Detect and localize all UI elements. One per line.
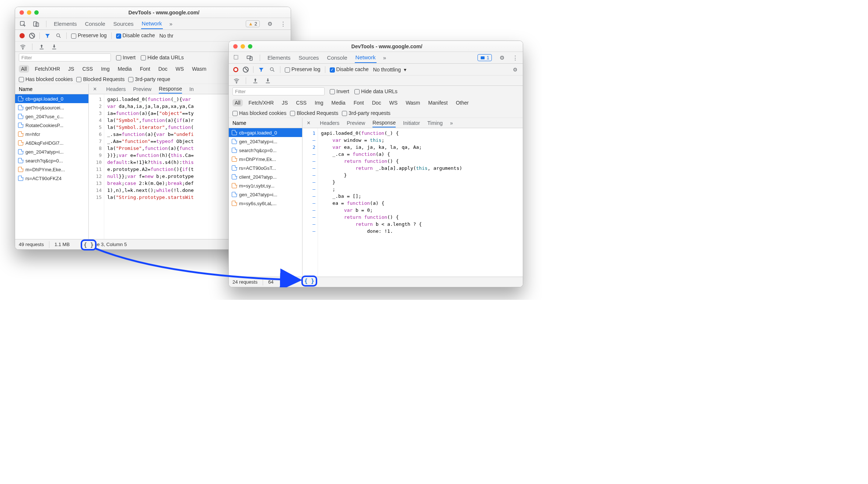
filter-font[interactable]: Font — [351, 99, 366, 106]
device-toggle-icon[interactable] — [33, 21, 39, 27]
request-row[interactable]: gen_204?atyp=i... — [229, 190, 302, 199]
request-row[interactable]: m=hfcr — [15, 130, 88, 138]
window-controls[interactable] — [20, 10, 39, 15]
network-settings-icon[interactable]: ⚙ — [512, 66, 518, 73]
throttling-select[interactable]: No thr — [160, 33, 174, 39]
tab-sources[interactable]: Sources — [113, 19, 134, 29]
detail-tab-timing[interactable]: Timing — [427, 120, 443, 126]
record-icon[interactable] — [20, 33, 25, 38]
tab-network[interactable]: Network — [141, 18, 163, 29]
filter-fetch-xhr[interactable]: Fetch/XHR — [246, 99, 276, 106]
close-detail-icon[interactable]: × — [307, 120, 310, 126]
request-row[interactable]: m=DhPYme,Ek... — [229, 155, 302, 164]
pretty-print-button[interactable]: { } — [301, 276, 317, 287]
throttling-select[interactable]: No throttling ▾ — [373, 67, 406, 73]
request-row[interactable]: m=sy1r,sybt,sy... — [229, 181, 302, 190]
filter-ws[interactable]: WS — [174, 65, 186, 73]
filter-fetch-xhr[interactable]: Fetch/XHR — [33, 65, 62, 73]
clear-icon[interactable] — [29, 33, 35, 39]
request-row[interactable]: rs=ACT90oGsT... — [229, 164, 302, 172]
request-row[interactable]: rs=ACT90oFKZ4 — [15, 174, 88, 183]
request-row[interactable]: search?q&cp=0... — [15, 156, 88, 165]
settings-icon[interactable]: ⚙ — [498, 55, 505, 61]
filter-input[interactable]: Filter — [232, 87, 325, 95]
wifi-icon[interactable] — [20, 43, 26, 50]
close-icon[interactable] — [233, 44, 238, 49]
filter-img[interactable]: Img — [99, 65, 112, 73]
filter-wasm[interactable]: Wasm — [190, 65, 209, 73]
filter-doc[interactable]: Doc — [370, 99, 384, 106]
pretty-print-button[interactable]: { } — [81, 239, 97, 250]
detail-tab-response[interactable]: Response — [372, 119, 396, 127]
has-blocked-cookies-checkbox[interactable]: Has blocked cookies — [232, 110, 286, 116]
download-icon[interactable] — [51, 43, 57, 50]
detail-tab-response[interactable]: Response — [159, 85, 182, 94]
clear-icon[interactable] — [243, 67, 249, 73]
request-row[interactable]: RotateCookiesP... — [15, 121, 88, 130]
request-row[interactable]: search?q&cp=0... — [229, 146, 302, 155]
filter-icon[interactable] — [258, 66, 265, 73]
detail-tab-preview[interactable]: Preview — [347, 120, 365, 126]
search-icon[interactable] — [269, 66, 276, 73]
request-row[interactable]: m=sy6s,sy6t,aL... — [229, 199, 302, 208]
filter-wasm[interactable]: Wasm — [403, 99, 422, 106]
more-tabs-icon[interactable]: » — [169, 21, 172, 27]
upload-icon[interactable] — [252, 77, 259, 84]
filter-all[interactable]: All — [19, 65, 29, 73]
filter-media[interactable]: Media — [329, 99, 348, 106]
tab-elements[interactable]: Elements — [53, 19, 78, 29]
has-blocked-cookies-checkbox[interactable]: Has blocked cookies — [19, 76, 73, 82]
filter-doc[interactable]: Doc — [156, 65, 170, 73]
filter-css[interactable]: CSS — [294, 99, 309, 106]
window-controls[interactable] — [233, 44, 252, 49]
tab-console[interactable]: Console — [326, 53, 348, 63]
filter-input[interactable]: Filter — [19, 53, 111, 62]
filter-js[interactable]: JS — [280, 99, 290, 106]
issues-badge[interactable]: ▲2 — [246, 20, 260, 27]
request-row[interactable]: gen_204?atyp=i... — [15, 147, 88, 156]
hide-data-urls-checkbox[interactable]: Hide data URLs — [141, 55, 184, 60]
filter-ws[interactable]: WS — [387, 99, 400, 106]
request-row[interactable]: m=DhPYme,Eke... — [15, 165, 88, 174]
hide-data-urls-checkbox[interactable]: Hide data URLs — [354, 88, 398, 94]
settings-icon[interactable]: ⚙ — [266, 21, 273, 27]
filter-js[interactable]: JS — [66, 65, 76, 73]
minimize-icon[interactable] — [27, 10, 31, 15]
request-row[interactable]: client_204?atyp... — [229, 172, 302, 181]
request-row[interactable]: cb=gapi.loaded_0 — [15, 94, 88, 103]
disable-cache-checkbox[interactable]: ✓Disable cache — [116, 32, 155, 38]
column-header-name[interactable]: Name — [229, 118, 302, 128]
filter-media[interactable]: Media — [116, 65, 134, 73]
filter-icon[interactable] — [44, 32, 51, 39]
disable-cache-checkbox[interactable]: ✓Disable cache — [330, 66, 369, 72]
third-party-checkbox[interactable]: 3rd-party reque — [128, 76, 170, 82]
blocked-requests-checkbox[interactable]: Blocked Requests — [76, 76, 125, 82]
minimize-icon[interactable] — [241, 44, 245, 49]
download-icon[interactable] — [265, 77, 271, 84]
filter-font[interactable]: Font — [138, 65, 153, 73]
third-party-checkbox[interactable]: 3rd-party requests — [342, 110, 391, 116]
more-detail-tabs-icon[interactable]: » — [450, 120, 453, 126]
tab-elements[interactable]: Elements — [267, 53, 291, 63]
tab-sources[interactable]: Sources — [298, 53, 320, 63]
detail-tab-headers[interactable]: Headers — [320, 120, 339, 126]
invert-checkbox[interactable]: Invert — [116, 55, 136, 60]
request-row[interactable]: gen_204?atyp=i... — [229, 137, 302, 146]
invert-checkbox[interactable]: Invert — [330, 88, 349, 94]
preserve-log-checkbox[interactable]: Preserve log — [285, 66, 321, 72]
zoom-icon[interactable] — [34, 10, 39, 15]
close-icon[interactable] — [20, 10, 24, 15]
filter-other[interactable]: Other — [454, 99, 471, 106]
filter-all[interactable]: All — [232, 99, 243, 106]
filter-css[interactable]: CSS — [80, 65, 95, 73]
more-menu-icon[interactable]: ⋮ — [280, 21, 286, 27]
upload-icon[interactable] — [38, 43, 45, 50]
issues-badge[interactable]: 1 — [477, 54, 492, 61]
more-tabs-icon[interactable]: » — [383, 55, 386, 61]
source-code[interactable]: gapi.loaded_0(function(_) { var window =… — [318, 128, 523, 277]
search-icon[interactable] — [55, 32, 62, 39]
detail-tab-preview[interactable]: Preview — [133, 86, 151, 92]
preserve-log-checkbox[interactable]: Preserve log — [71, 32, 107, 38]
detail-tab-initiator[interactable]: In — [189, 86, 194, 92]
request-row[interactable]: A6DkqFxHDGl7... — [15, 138, 88, 147]
